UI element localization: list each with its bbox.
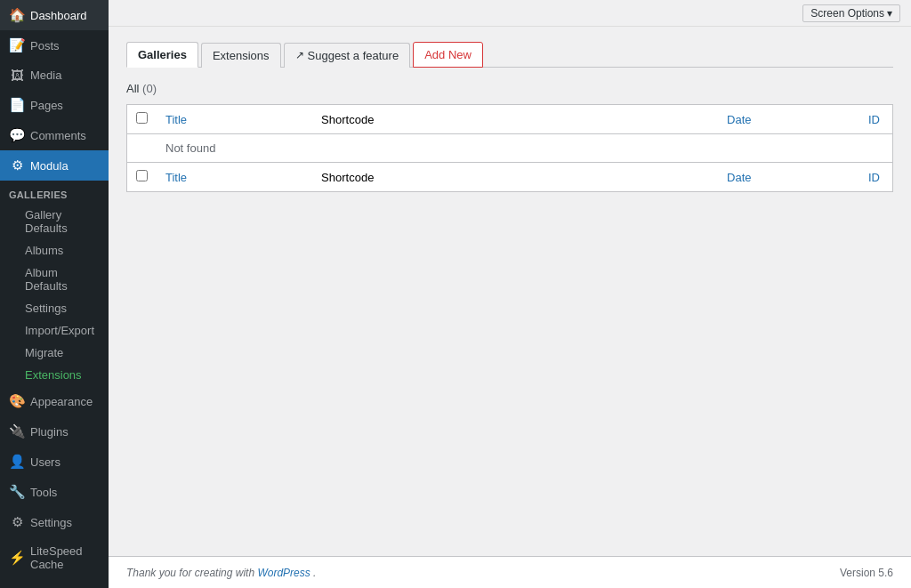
col-footer-title[interactable]: Title xyxy=(157,163,312,192)
col-header-shortcode: Shortcode xyxy=(312,105,593,134)
modula-icon: ⚙ xyxy=(9,157,25,173)
col-header-check xyxy=(127,105,157,134)
footer-text: Thank you for creating with WordPress . xyxy=(126,567,316,579)
tab-add-new[interactable]: Add New xyxy=(413,42,483,68)
sidebar-item-pages[interactable]: 📄 Pages xyxy=(0,90,109,120)
posts-icon: 📝 xyxy=(9,37,25,53)
comments-icon: 💬 xyxy=(9,127,25,143)
tab-suggest-feature[interactable]: ↗ Suggest a feature xyxy=(284,43,411,68)
sidebar-item-users[interactable]: 👤 Users xyxy=(0,447,109,477)
sidebar-item-appearance[interactable]: 🎨 Appearance xyxy=(0,386,109,416)
sidebar-item-label: Appearance xyxy=(30,395,93,408)
sidebar-item-litespeed[interactable]: ⚡ LiteSpeed Cache xyxy=(0,537,109,578)
main-area: Screen Options ▾ Galleries Extensions ↗ … xyxy=(109,0,911,588)
screen-options-label: Screen Options xyxy=(810,7,884,20)
sidebar-item-label: Comments xyxy=(30,129,86,142)
page-footer: Thank you for creating with WordPress . … xyxy=(109,556,911,588)
footer-thank-you: Thank you for creating with xyxy=(126,567,257,579)
sidebar-item-modula[interactable]: ⚙ Modula xyxy=(0,150,109,181)
sidebar-item-label: Media xyxy=(30,68,61,82)
sidebar-subitem-albums[interactable]: Albums xyxy=(0,239,109,262)
sidebar-item-tools[interactable]: 🔧 Tools xyxy=(0,477,109,507)
sidebar-subitem-extensions[interactable]: Extensions xyxy=(0,364,109,386)
select-all-checkbox[interactable] xyxy=(136,112,148,124)
sidebar: 🏠 Dashboard 📝 Posts 🖼 Media 📄 Pages 💬 Co… xyxy=(0,0,109,588)
sidebar-item-label: Posts xyxy=(30,39,60,52)
screen-options-arrow: ▾ xyxy=(887,7,892,20)
dashboard-icon: 🏠 xyxy=(9,7,25,23)
col-header-title[interactable]: Title xyxy=(157,105,312,134)
suggest-icon: ↗ xyxy=(295,49,304,61)
plugins-icon: 🔌 xyxy=(9,423,25,439)
filter-count: (0) xyxy=(142,82,157,95)
users-icon: 👤 xyxy=(9,454,25,470)
sidebar-item-label: Plugins xyxy=(30,425,69,439)
sidebar-subitem-album-defaults[interactable]: Album Defaults xyxy=(0,262,109,297)
tab-extensions[interactable]: Extensions xyxy=(201,43,281,68)
sidebar-item-media[interactable]: 🖼 Media xyxy=(0,60,109,90)
sidebar-item-collapse[interactable]: ⊙ Collapse menu xyxy=(0,578,109,588)
col-footer-check xyxy=(127,163,157,192)
col-footer-date[interactable]: Date xyxy=(593,163,761,192)
sidebar-item-comments[interactable]: 💬 Comments xyxy=(0,120,109,150)
sidebar-item-settings-main[interactable]: ⚙ Settings xyxy=(0,507,109,537)
sidebar-item-dashboard[interactable]: 🏠 Dashboard xyxy=(0,0,109,30)
pages-icon: 📄 xyxy=(9,97,25,113)
sidebar-item-label: Dashboard xyxy=(30,9,87,22)
sidebar-item-label: Modula xyxy=(30,159,69,173)
not-found-check-cell xyxy=(127,134,157,163)
screen-options-button[interactable]: Screen Options ▾ xyxy=(802,4,900,22)
settings-main-icon: ⚙ xyxy=(9,514,25,530)
col-header-id[interactable]: ID xyxy=(761,105,893,134)
table-row-not-found: Not found xyxy=(127,134,893,163)
appearance-icon: 🎨 xyxy=(9,393,25,409)
filter-bar: All (0) xyxy=(126,82,893,95)
col-footer-shortcode: Shortcode xyxy=(312,163,593,192)
content-area: Galleries Extensions ↗ Suggest a feature… xyxy=(109,27,911,556)
col-footer-id[interactable]: ID xyxy=(761,163,893,192)
sidebar-item-label: LiteSpeed Cache xyxy=(30,544,100,571)
litespeed-icon: ⚡ xyxy=(9,550,25,566)
topbar: Screen Options ▾ xyxy=(109,0,911,27)
sidebar-subitem-import-export[interactable]: Import/Export xyxy=(0,319,109,342)
sidebar-subitem-migrate[interactable]: Migrate xyxy=(0,342,109,364)
wordpress-link[interactable]: WordPress xyxy=(257,567,310,579)
sidebar-item-label: Pages xyxy=(30,99,63,112)
tab-bar: Galleries Extensions ↗ Suggest a feature… xyxy=(126,41,893,68)
col-header-date[interactable]: Date xyxy=(593,105,761,134)
version-label: Version 5.6 xyxy=(840,567,893,579)
media-icon: 🖼 xyxy=(9,68,25,83)
tools-icon: 🔧 xyxy=(9,484,25,500)
tab-galleries[interactable]: Galleries xyxy=(126,42,198,68)
filter-label: All xyxy=(126,82,139,95)
galleries-table: Title Shortcode Date ID Not found xyxy=(126,104,893,192)
sidebar-item-label: Users xyxy=(30,455,60,469)
sidebar-item-plugins[interactable]: 🔌 Plugins xyxy=(0,416,109,447)
sidebar-subitem-settings[interactable]: Settings xyxy=(0,297,109,319)
sidebar-item-posts[interactable]: 📝 Posts xyxy=(0,30,109,60)
sidebar-subitem-gallery-defaults[interactable]: Gallery Defaults xyxy=(0,204,109,239)
sidebar-section-galleries: Galleries xyxy=(0,181,109,204)
not-found-message: Not found xyxy=(157,134,893,163)
sidebar-item-label: Tools xyxy=(30,486,57,499)
sidebar-item-label: Settings xyxy=(30,516,72,529)
select-all-footer-checkbox[interactable] xyxy=(136,170,148,181)
